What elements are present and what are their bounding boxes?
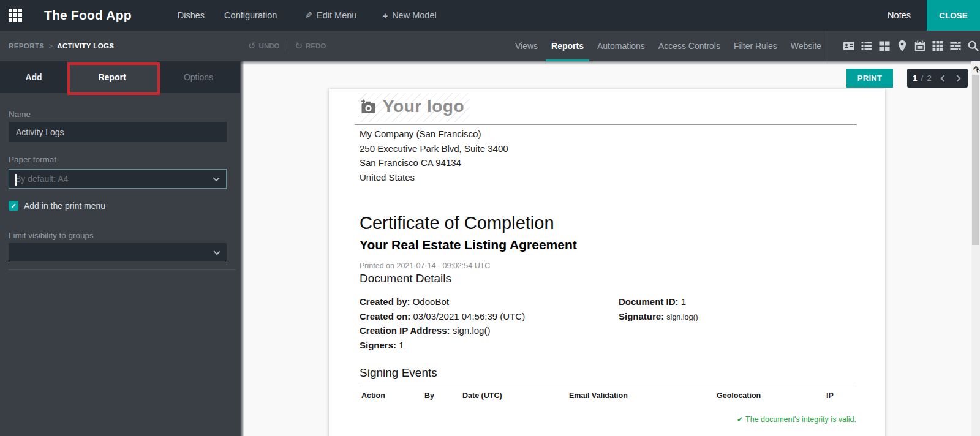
check-icon: ✔: [737, 415, 743, 424]
sidebar-tab-options[interactable]: Options: [157, 61, 240, 93]
undo-redo-divider: [287, 40, 287, 51]
groups-select[interactable]: [9, 243, 227, 261]
paper-format-select[interactable]: [9, 169, 227, 189]
toolbar-divider: [827, 31, 827, 61]
camera-icon: [360, 99, 377, 115]
undo-icon: ↺: [248, 40, 256, 51]
close-button[interactable]: CLOSE: [927, 0, 980, 31]
notes-button[interactable]: Notes: [888, 10, 911, 20]
paper-format-label: Paper format: [9, 155, 228, 164]
col-geolocation: Geolocation: [717, 391, 761, 400]
printed-on: Printed on 2021-07-14 - 09:02:54 UTC: [360, 261, 857, 270]
col-email-validation: Email Validation: [569, 391, 628, 400]
page-total: 2: [927, 73, 932, 83]
kanban-view-icon[interactable]: [878, 40, 891, 52]
tab-access-controls[interactable]: Access Controls: [652, 31, 727, 61]
company-street: 250 Executive Park Blvd, Suite 3400: [360, 141, 857, 156]
signing-events-heading: Signing Events: [360, 366, 857, 380]
studio-sidebar: Add Report Options Name Paper format ✓ A…: [0, 61, 240, 436]
breadcrumb-separator: >: [48, 42, 53, 50]
calendar-view-icon[interactable]: [914, 40, 926, 52]
groups-field-label: Limit visibility to groups: [9, 231, 228, 240]
report-title: Certificate of Completion: [360, 213, 857, 233]
company-name: My Company (San Francisco): [360, 127, 857, 141]
list-view-icon[interactable]: [861, 40, 873, 52]
print-button[interactable]: PRINT: [846, 69, 893, 88]
print-menu-checkbox[interactable]: ✓: [9, 201, 18, 211]
detail-created-on: Created on: 03/03/2021 04:56:39 (UTC): [360, 309, 619, 324]
redo-icon: ↻: [295, 40, 303, 51]
detail-signers: Signers: 1: [360, 338, 619, 353]
apps-grid-icon[interactable]: [9, 9, 22, 22]
detail-creation-ip: Creation IP Address: sign.log(): [360, 323, 619, 338]
next-page-button[interactable]: [954, 75, 960, 81]
sidebar-divider: [9, 269, 236, 270]
menu-dishes[interactable]: Dishes: [178, 10, 205, 20]
company-country: United States: [360, 170, 857, 185]
tab-website[interactable]: Website: [784, 31, 828, 61]
page-navigator: 1 / 2: [907, 69, 968, 88]
detail-signature: Signature: sign.log(): [619, 309, 698, 325]
col-action: Action: [361, 391, 385, 400]
company-city: San Francisco CA 94134: [360, 156, 857, 170]
plus-icon: +: [382, 10, 388, 21]
map-view-icon[interactable]: [896, 40, 908, 52]
breadcrumb-reports[interactable]: REPORTS: [9, 42, 44, 50]
graph-view-icon[interactable]: [949, 40, 962, 52]
col-date: Date (UTC): [462, 391, 502, 400]
col-by: By: [424, 391, 434, 400]
paper-format-input[interactable]: [9, 174, 205, 184]
tab-reports[interactable]: Reports: [545, 31, 590, 61]
report-preview-area: Your logo My Company (San Francisco) 250…: [240, 61, 980, 436]
integrity-note: ✔The document's integrity is valid.: [360, 415, 857, 424]
detail-document-id: Document ID: 1: [619, 295, 698, 309]
tab-views[interactable]: Views: [508, 31, 545, 61]
col-ip: IP: [826, 391, 834, 400]
tab-filter-rules[interactable]: Filter Rules: [727, 31, 784, 61]
studio-toolbar: REPORTS > ACTIVITY LOGS ↺ UNDO ↻ REDO Vi…: [0, 31, 980, 61]
signing-events-table: Action By Date (UTC) Email Validation Ge…: [360, 386, 857, 400]
document-details-heading: Document Details: [360, 272, 857, 285]
redo-button[interactable]: ↻ REDO: [295, 40, 326, 51]
top-navbar: The Food App Dishes Configuration ✎ Edit…: [0, 0, 980, 31]
scrollbar-up-arrow[interactable]: ^: [973, 66, 979, 72]
new-model-button[interactable]: + New Model: [382, 10, 436, 21]
undo-button[interactable]: ↺ UNDO: [248, 40, 279, 51]
sidebar-tab-add[interactable]: Add: [0, 61, 67, 93]
text-cursor: [15, 174, 17, 186]
breadcrumb-activity-logs: ACTIVITY LOGS: [57, 42, 114, 50]
pivot-view-icon[interactable]: [932, 40, 944, 52]
edit-menu-button[interactable]: ✎ Edit Menu: [305, 10, 356, 20]
tab-automations[interactable]: Automations: [590, 31, 652, 61]
menu-configuration[interactable]: Configuration: [224, 10, 277, 20]
detail-created-by: Created by: OdooBot: [360, 295, 619, 309]
breadcrumb: REPORTS > ACTIVITY LOGS: [9, 31, 114, 61]
app-title[interactable]: The Food App: [44, 8, 132, 23]
print-menu-label: Add in the print menu: [24, 201, 105, 211]
scrollbar-thumb[interactable]: [972, 75, 979, 245]
header-divider: [355, 124, 857, 125]
sidebar-tab-report[interactable]: Report: [67, 61, 157, 93]
search-icon[interactable]: [967, 40, 979, 52]
studio-tabs: Views Reports Automations Access Control…: [508, 31, 828, 61]
chevron-down-icon: [214, 249, 221, 255]
logo-placeholder-text[interactable]: Your logo: [383, 97, 464, 116]
name-input[interactable]: [9, 122, 227, 142]
report-page: Your logo My Company (San Francisco) 250…: [329, 89, 885, 436]
prev-page-button[interactable]: [940, 75, 947, 81]
page-current: 1: [913, 73, 918, 83]
report-subtitle: Your Real Estate Listing Agreement: [360, 238, 857, 252]
scrollbar[interactable]: ^: [971, 61, 980, 436]
name-field-label: Name: [9, 110, 228, 119]
chevron-down-icon: [213, 175, 220, 182]
pencil-icon: ✎: [305, 10, 312, 20]
form-view-icon[interactable]: [843, 40, 855, 52]
